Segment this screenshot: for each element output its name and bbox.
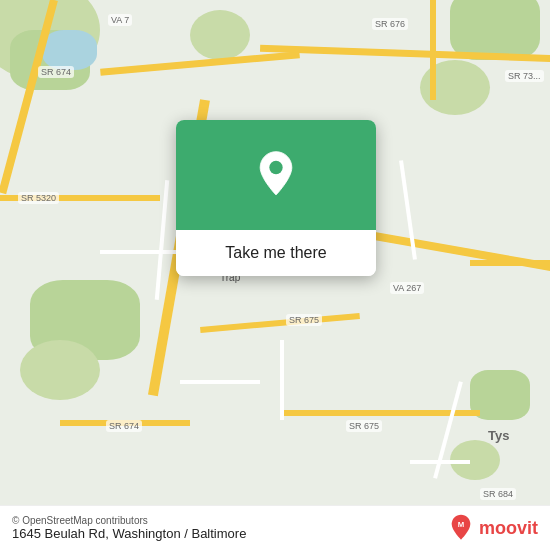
moovit-logo: M moovit: [447, 514, 538, 542]
road-label-sr674: SR 674: [38, 66, 74, 78]
moovit-text: moovit: [479, 518, 538, 539]
road-label-va7: VA 7: [108, 14, 132, 26]
osm-credit: © OpenStreetMap contributors: [12, 515, 246, 526]
road-label-sr5320: SR 5320: [18, 192, 59, 204]
park-area: [20, 340, 100, 400]
popup-card: Take me there: [176, 120, 376, 276]
svg-point-0: [269, 161, 282, 174]
road-label-va267: VA 267: [390, 282, 424, 294]
park-area: [190, 10, 250, 60]
moovit-pin-icon: M: [447, 514, 475, 542]
road-label-sr684: SR 684: [480, 488, 516, 500]
road-label-sr73: SR 73...: [505, 70, 544, 82]
road-label-sr675b: SR 675: [346, 420, 382, 432]
road-label-sr676: SR 676: [372, 18, 408, 30]
road-sr684: [470, 260, 550, 266]
take-me-there-button[interactable]: Take me there: [176, 230, 376, 276]
local-road: [410, 460, 470, 464]
popup-green-area: [176, 120, 376, 230]
water-area: [42, 30, 97, 70]
map-container: VA 7 SR 676 SR 674 SR 73... SR 5320 VA 2…: [0, 0, 550, 550]
location-pin-icon: [251, 150, 301, 200]
bottom-left: © OpenStreetMap contributors 1645 Beulah…: [12, 515, 246, 541]
road-label-sr674b: SR 674: [106, 420, 142, 432]
bottom-bar: © OpenStreetMap contributors 1645 Beulah…: [0, 505, 550, 550]
svg-text:M: M: [458, 520, 464, 529]
road-label-sr675: SR 675: [286, 314, 322, 326]
address-text: 1645 Beulah Rd, Washington / Baltimore: [12, 526, 246, 541]
local-road: [180, 380, 260, 384]
local-road: [280, 340, 284, 420]
city-label-tys: Tys: [488, 428, 509, 443]
road-sr676: [430, 0, 436, 100]
